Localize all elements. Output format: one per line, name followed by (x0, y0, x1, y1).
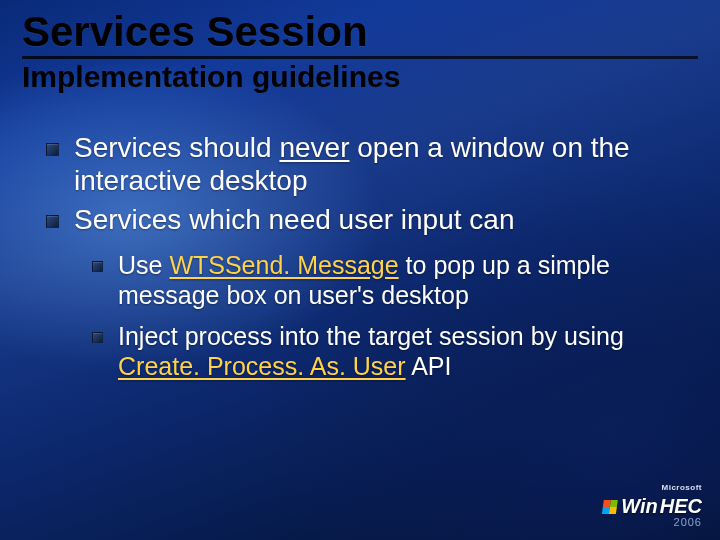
brand-win: Win (621, 496, 657, 516)
bullet-2a: Use WTSSend. Message to pop up a simple … (118, 250, 690, 311)
bullet-2a-api: WTSSend. Message (169, 251, 398, 279)
bullet-2b-api: Create. Process. As. User (118, 352, 406, 380)
bullet-list-level1: Services should never open a window on t… (74, 131, 690, 382)
slide-content: Services should never open a window on t… (0, 93, 720, 382)
footer-logo: Microsoft WinHEC 2006 (603, 484, 702, 528)
brand-hec: HEC (660, 496, 702, 516)
bullet-1-underline: never (279, 132, 349, 163)
footer-year: 2006 (603, 517, 702, 528)
bullet-2: Services which need user input can Use W… (74, 203, 690, 382)
bullet-2b-post: API (406, 352, 452, 380)
slide-title: Services Session (0, 10, 720, 54)
bullet-2-text: Services which need user input can (74, 204, 514, 235)
bullet-2b: Inject process into the target session b… (118, 321, 690, 382)
title-underline (22, 56, 698, 59)
bullet-1-text-pre: Services should (74, 132, 279, 163)
bullet-list-level2: Use WTSSend. Message to pop up a simple … (118, 250, 690, 382)
slide-subtitle: Implementation guidelines (0, 61, 720, 93)
slide: Services Session Implementation guidelin… (0, 0, 720, 540)
bullet-2a-pre: Use (118, 251, 169, 279)
microsoft-label: Microsoft (603, 484, 702, 492)
bullet-2b-pre: Inject process into the target session b… (118, 322, 624, 350)
windows-flag-icon (602, 500, 618, 514)
winhec-brand: WinHEC (603, 496, 702, 516)
bullet-1: Services should never open a window on t… (74, 131, 690, 197)
